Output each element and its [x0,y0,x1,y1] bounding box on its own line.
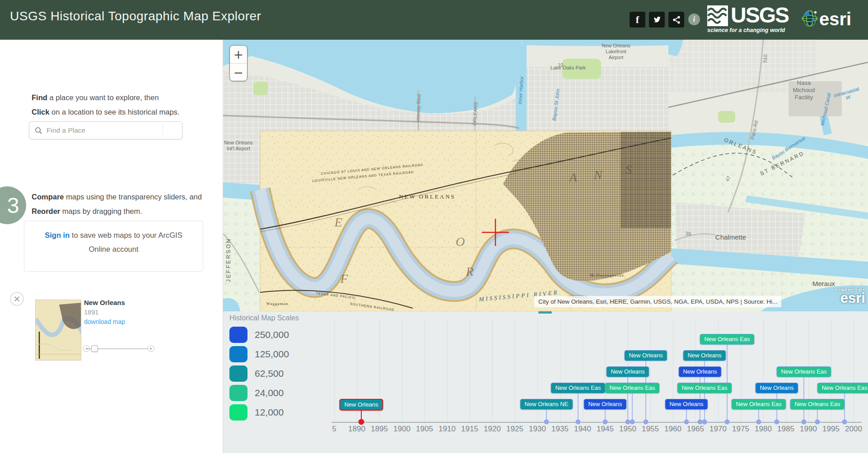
remove-map-button[interactable] [10,292,24,306]
share-button[interactable] [668,12,684,28]
zoom-out-button[interactable]: − [230,64,247,82]
timeline-map-label[interactable]: New Orleans [624,350,667,361]
basemap-artwork [223,40,868,311]
powered-by-esri-badge: POWERED BY esri [828,288,865,304]
search-input[interactable] [46,124,159,137]
timeline-map-label[interactable]: New Orleans [755,383,798,393]
usgs-logo[interactable]: USGS science for a changing world [707,5,789,34]
timeline-dot [630,420,635,425]
legend-item: 62,500 [229,365,289,382]
page-title: USGS Historical Topographic Map Explorer [10,9,261,23]
app-window: USGS Historical Topographic Map Explorer… [0,0,868,453]
timeline-map-label[interactable]: New Orleans Eas [790,399,845,410]
timeline-map-label[interactable]: New Orleans Eas [731,399,786,410]
timeline-map-label[interactable]: New Orleans [339,399,383,411]
compare-instructions: Compare maps using the transparency slid… [32,190,221,218]
zoom-control: + − [229,45,247,81]
map-thumbnail-image [36,300,81,361]
signin-text: to save web maps to your ArcGIS Online a… [70,231,182,253]
timeline-dot [775,420,779,425]
timeline-dot [725,420,730,425]
timeline-map-label[interactable]: New Orleans Eas [700,334,754,345]
timeline-dot [756,420,761,425]
download-map-link[interactable]: download map [84,318,125,325]
timeline-map-label[interactable]: New Orleans [678,366,721,377]
timeline-tick-label: 2000 [840,425,867,434]
signin-link[interactable]: Sign in [45,231,70,239]
timeline-dot [359,419,364,425]
timeline-gridline [334,319,335,422]
close-icon [14,296,20,302]
minus-icon: − [233,66,243,79]
timeline-gridline [854,319,854,422]
step-3-badge: 3 [0,186,26,224]
slider-right-icon: ▸ [150,347,152,351]
legend-scale-label: 125,000 [255,349,289,360]
legend-swatch [229,327,247,343]
map-card-title: New Orleans [84,299,125,306]
timeline-dot [815,420,820,425]
usgs-logo-text: USGS [731,3,789,28]
timeline-drag-handle[interactable] [538,311,552,314]
legend-swatch [229,385,247,401]
timeline-gridline [402,319,402,422]
timeline-stem [578,393,579,422]
timeline-gridline [492,319,493,422]
legend-swatch [229,346,247,362]
timeline-map-label[interactable]: New Orleans Eas [605,383,659,393]
timeline-map-label[interactable]: New Orleans Eas [776,366,831,377]
timeline-map-label[interactable]: New Orleans [606,366,649,377]
legend-swatch [229,365,247,382]
twitter-icon [653,15,662,24]
timeline-map-label[interactable]: New Orleans [665,399,708,410]
plus-icon: + [233,48,243,61]
esri-badge-text: esri [828,292,865,304]
timeline-axis [331,422,862,423]
timeline-map-label[interactable]: New Orleans [583,399,626,410]
timeline-dot [842,420,847,425]
timeline-stem [632,393,633,422]
timeline-title: Historical Map Scales [229,314,299,322]
esri-logo[interactable]: esri [801,10,860,31]
timeline-map-label[interactable]: New Orleans [683,350,726,361]
facebook-button[interactable]: f [630,12,645,28]
timeline-map-label[interactable]: New Orleans Eas [817,383,868,393]
timeline-legend: 250,000125,00062,50024,00012,000 [229,327,289,424]
search-icon [35,127,42,134]
legend-swatch [229,404,247,421]
timeline-map-label[interactable]: New Orleans NE [520,399,573,410]
timeline-map-label[interactable]: New Orleans Eas [677,383,732,393]
legend-scale-label: 62,500 [255,368,284,379]
signin-panel: Sign in to save web maps to your ArcGIS … [24,221,203,272]
timeline-dot [544,420,549,425]
esri-globe-icon [801,10,818,27]
map-viewport[interactable]: New Orleans Lakefront AirportLake Oaks P… [223,40,868,311]
facebook-icon: f [636,15,639,25]
timeline-dot [644,420,649,425]
transparency-slider-handle[interactable] [91,345,98,352]
legend-scale-label: 24,000 [255,388,284,398]
legend-scale-label: 250,000 [255,329,289,340]
esri-logo-text: esri [819,9,851,29]
legend-scale-label: 12,000 [255,407,284,418]
legend-item: 250,000 [229,327,289,343]
transparency-slider-right-button[interactable]: ▸ [148,345,154,352]
map-thumbnail[interactable] [35,300,81,361]
twitter-button[interactable] [649,12,665,28]
find-instructions: Find a place you want to explore, then C… [32,90,217,119]
zoom-in-button[interactable]: + [230,46,247,64]
timeline-dot [603,420,608,425]
sidebar: Find a place you want to explore, then C… [0,40,223,453]
share-icon [672,15,681,24]
timeline-dot [802,420,807,425]
timeline-panel: Historical Map Scales 250,000125,00062,5… [223,311,868,453]
timeline-gridline [470,319,470,422]
timeline-map-label[interactable]: New Orleans Eas [551,383,605,393]
info-icon: i [693,15,695,23]
timeline-gridline [650,319,651,422]
timeline-gridline [583,319,583,422]
map-card-year: 1891 [84,309,98,316]
timeline-gridline [425,319,425,422]
info-button[interactable]: i [688,14,700,25]
legend-item: 12,000 [229,404,289,421]
